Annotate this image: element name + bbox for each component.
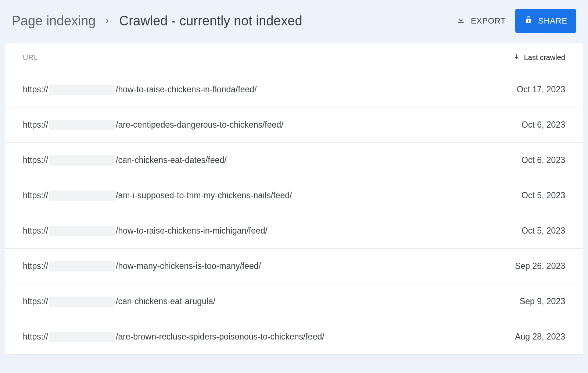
url-prefix: https:// <box>23 261 48 271</box>
url-path: /how-to-raise-chickens-in-michigan/feed/ <box>116 226 268 236</box>
redacted-domain <box>49 155 115 166</box>
url-path: /how-to-raise-chickens-in-florida/feed/ <box>116 85 257 95</box>
table-row[interactable]: https:///can-chickens-eat-dates/feed/Oct… <box>5 143 583 178</box>
redacted-domain <box>49 120 115 130</box>
last-crawled-cell: Oct 17, 2023 <box>517 85 565 95</box>
share-label: SHARE <box>538 16 567 26</box>
breadcrumb-parent[interactable]: Page indexing <box>12 13 96 29</box>
url-path: /am-i-supposed-to-trim-my-chickens-nails… <box>116 191 292 200</box>
url-path: /can-chickens-eat-arugula/ <box>116 296 215 306</box>
url-table: URL Last crawled https:///how-to-raise-c… <box>5 43 583 355</box>
url-cell: https:///can-chickens-eat-dates/feed/ <box>23 155 521 166</box>
url-cell: https:///are-centipedes-dangerous-to-chi… <box>23 120 521 130</box>
redacted-domain <box>49 261 115 271</box>
export-button[interactable]: EXPORT <box>455 12 507 30</box>
redacted-domain <box>49 85 115 95</box>
column-header-last-crawled-label: Last crawled <box>524 53 565 62</box>
redacted-domain <box>49 296 115 307</box>
breadcrumb: Page indexing Crawled - currently not in… <box>12 13 448 29</box>
download-icon <box>456 15 466 27</box>
lock-icon <box>524 15 533 26</box>
url-prefix: https:// <box>23 120 48 130</box>
url-prefix: https:// <box>23 332 48 342</box>
table-header-row: URL Last crawled <box>5 43 583 72</box>
last-crawled-cell: Oct 5, 2023 <box>521 226 565 236</box>
table-row[interactable]: https:///how-to-raise-chickens-in-florid… <box>5 72 583 107</box>
url-cell: https:///can-chickens-eat-arugula/ <box>23 296 520 307</box>
url-path: /are-centipedes-dangerous-to-chickens/fe… <box>116 120 283 130</box>
url-prefix: https:// <box>23 226 48 236</box>
last-crawled-cell: Oct 6, 2023 <box>521 155 565 165</box>
redacted-domain <box>49 226 115 236</box>
url-cell: https:///am-i-supposed-to-trim-my-chicke… <box>23 191 521 201</box>
last-crawled-cell: Sep 26, 2023 <box>515 261 565 271</box>
url-prefix: https:// <box>23 191 48 200</box>
url-prefix: https:// <box>23 296 48 306</box>
table-row[interactable]: https:///are-centipedes-dangerous-to-chi… <box>5 107 583 143</box>
page-header: Page indexing Crawled - currently not in… <box>0 0 588 43</box>
column-header-url[interactable]: URL <box>23 53 513 62</box>
table-row[interactable]: https:///am-i-supposed-to-trim-my-chicke… <box>5 178 583 213</box>
last-crawled-cell: Aug 28, 2023 <box>515 332 565 342</box>
sort-descending-icon <box>513 53 520 62</box>
table-row[interactable]: https:///can-chickens-eat-arugula/Sep 9,… <box>5 284 583 319</box>
column-header-last-crawled[interactable]: Last crawled <box>513 53 565 62</box>
url-cell: https:///how-many-chickens-is-too-many/f… <box>23 261 515 271</box>
redacted-domain <box>49 332 115 342</box>
header-actions: EXPORT SHARE <box>455 9 576 33</box>
share-button[interactable]: SHARE <box>515 9 576 33</box>
url-path: /how-many-chickens-is-too-many/feed/ <box>116 261 261 271</box>
table-row[interactable]: https:///how-to-raise-chickens-in-michig… <box>5 213 583 249</box>
url-prefix: https:// <box>23 155 48 165</box>
url-cell: https:///how-to-raise-chickens-in-florid… <box>23 85 517 95</box>
url-cell: https:///how-to-raise-chickens-in-michig… <box>23 226 521 236</box>
url-prefix: https:// <box>23 85 48 95</box>
last-crawled-cell: Oct 5, 2023 <box>521 191 565 200</box>
url-cell: https:///are-brown-recluse-spiders-poiso… <box>23 332 515 342</box>
table-body: https:///how-to-raise-chickens-in-florid… <box>5 72 583 355</box>
last-crawled-cell: Oct 6, 2023 <box>521 120 565 130</box>
url-path: /can-chickens-eat-dates/feed/ <box>116 155 227 165</box>
breadcrumb-current: Crawled - currently not indexed <box>119 13 302 29</box>
redacted-domain <box>49 191 115 201</box>
table-row[interactable]: https:///are-brown-recluse-spiders-poiso… <box>5 319 583 355</box>
url-path: /are-brown-recluse-spiders-poisonous-to-… <box>116 332 325 342</box>
table-row[interactable]: https:///how-many-chickens-is-too-many/f… <box>5 249 583 284</box>
last-crawled-cell: Sep 9, 2023 <box>520 296 565 306</box>
export-label: EXPORT <box>471 16 506 26</box>
chevron-right-icon <box>104 16 111 26</box>
